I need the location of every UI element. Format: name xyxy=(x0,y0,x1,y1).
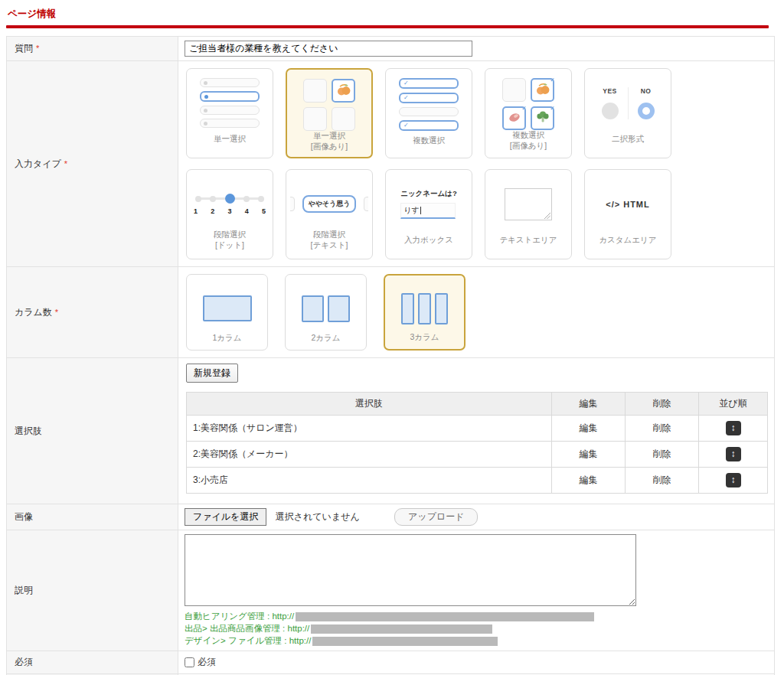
yes-circle-icon xyxy=(602,103,619,119)
input-type-option-input-box[interactable]: ニックネームは? りす 入力ボックス xyxy=(385,169,472,259)
page: ページ情報 質問* 入力タイプ* xyxy=(0,0,776,675)
hint-text: 出品> 出品商品画像管理 : http:// xyxy=(185,624,309,633)
redacted-url-bar xyxy=(311,624,492,634)
required-mark: * xyxy=(64,159,67,168)
delete-action[interactable]: 削除 xyxy=(626,468,699,494)
one-column-icon xyxy=(203,284,252,333)
html-code-icon: </> HTML xyxy=(606,200,650,209)
single-select-preview xyxy=(191,78,269,128)
binary-preview: YES NO xyxy=(589,78,667,128)
choices-table-header: 選択肢 編集 削除 並び順 xyxy=(187,393,768,416)
page-title: ページ情報 xyxy=(6,5,769,25)
file-select-button[interactable]: ファイルを選択 xyxy=(185,508,266,526)
input-type-row: 入力タイプ* 単一選択 xyxy=(7,61,775,267)
columns-label: カラム数 xyxy=(15,307,52,318)
column-count-cards: 1カラム 2カラム 3カラム xyxy=(186,274,768,351)
no-ring-icon xyxy=(638,103,655,119)
three-column-icon xyxy=(401,285,448,332)
choices-row: 選択肢 新規登録 選択肢 編集 削除 並び順 1:美容関係（サロン運 xyxy=(7,358,775,504)
two-column-icon xyxy=(302,284,350,333)
input-type-option-scale-text[interactable]: ややそう思う 段階選択[テキスト] xyxy=(286,169,373,259)
hint-text: デザイン> ファイル管理 : http:// xyxy=(185,636,311,645)
delete-action[interactable]: 削除 xyxy=(626,416,699,442)
choice-text: 3:小売店 xyxy=(187,468,552,494)
hint-text: 自動ヒアリング管理 : http:// xyxy=(185,611,294,621)
edit-col-header: 編集 xyxy=(552,393,626,416)
description-label: 説明 xyxy=(15,585,33,595)
required-mark: * xyxy=(36,44,39,53)
multi-select-image-preview: ✓ xyxy=(489,78,567,130)
columns-option-1[interactable]: 1カラム xyxy=(186,274,268,351)
description-hints: 自動ヒアリング管理 : http:// 出品> 出品商品画像管理 : http:… xyxy=(185,610,768,647)
choice-table-row: 2:美容関係（メーカー） 編集 削除 ↕ xyxy=(187,442,768,468)
choice-table-row: 1:美容関係（サロン運営） 編集 削除 ↕ xyxy=(187,416,768,442)
required-row: 必須 必須 xyxy=(7,651,775,674)
input-type-cards-row-1: 単一選択 xyxy=(186,68,768,158)
delete-col-header: 削除 xyxy=(626,393,699,416)
input-type-option-single-select[interactable]: 単一選択 xyxy=(186,68,273,158)
input-type-option-textarea[interactable]: テキストエリア xyxy=(485,169,572,259)
choices-label: 選択肢 xyxy=(15,426,42,436)
input-box-preview: ニックネームは? りす xyxy=(390,179,468,229)
input-type-option-single-select-image[interactable]: 単一選択[画像あり] xyxy=(286,68,373,158)
columns-option-2[interactable]: 2カラム xyxy=(285,274,367,351)
required-checkbox[interactable] xyxy=(185,657,194,667)
scale-text-preview: ややそう思う xyxy=(290,179,368,229)
columns-row: カラム数* 1カラム 2カラム 3カラム xyxy=(7,267,775,358)
sort-handle-icon[interactable]: ↕ xyxy=(726,447,741,461)
question-label: 質問 xyxy=(15,43,33,54)
edit-action[interactable]: 編集 xyxy=(552,442,626,468)
input-type-option-multi-select[interactable]: ✓ ✓ ✓ 複数選択 xyxy=(385,68,472,158)
sort-handle-icon[interactable]: ↕ xyxy=(726,421,741,435)
description-textarea[interactable] xyxy=(185,534,636,606)
file-status-text: 選択されていません xyxy=(276,511,360,522)
question-input[interactable] xyxy=(185,41,472,57)
description-row: 説明 自動ヒアリング管理 : http:// 出品> 出品商品画像管理 : ht… xyxy=(7,530,775,651)
sort-col-header: 並び順 xyxy=(699,393,768,416)
input-type-option-binary[interactable]: YES NO 二択形式 xyxy=(584,68,671,158)
image-row: 画像 ファイルを選択 選択されていません アップロード xyxy=(7,504,775,530)
delete-action[interactable]: 削除 xyxy=(626,442,699,468)
input-type-label: 入力タイプ xyxy=(15,158,61,169)
edit-action[interactable]: 編集 xyxy=(552,468,626,494)
resize-grip-icon xyxy=(544,213,550,219)
choice-table-row: 3:小売店 編集 削除 ↕ xyxy=(187,468,768,494)
question-row: 質問* xyxy=(7,37,775,61)
input-type-cards-row-2: 1 2 3 4 5 段階選択[ドット] xyxy=(186,169,768,259)
input-type-option-custom-area[interactable]: </> HTML カスタムエリア xyxy=(584,169,671,259)
multi-select-preview: ✓ ✓ ✓ xyxy=(390,78,468,131)
choice-text: 2:美容関係（メーカー） xyxy=(187,442,552,468)
add-choice-button[interactable]: 新規登録 xyxy=(186,364,238,383)
textarea-preview xyxy=(489,179,567,229)
required-label: 必須 xyxy=(15,657,33,667)
input-type-option-multi-select-image[interactable]: ✓ xyxy=(485,68,572,158)
redacted-url-bar xyxy=(312,637,498,646)
single-select-image-preview xyxy=(291,79,368,131)
scale-dot-preview: 1 2 3 4 5 xyxy=(191,179,269,229)
title-rule xyxy=(6,25,769,28)
broccoli-icon xyxy=(535,109,550,127)
page-info-form: 質問* 入力タイプ* xyxy=(6,36,775,675)
custom-area-preview: </> HTML xyxy=(589,179,667,229)
image-label: 画像 xyxy=(15,511,33,522)
required-checkbox-label[interactable]: 必須 xyxy=(185,656,216,669)
edit-action[interactable]: 編集 xyxy=(552,416,626,442)
sort-handle-icon[interactable]: ↕ xyxy=(726,473,741,488)
input-type-option-scale-dot[interactable]: 1 2 3 4 5 段階選択[ドット] xyxy=(186,169,273,259)
redacted-url-bar xyxy=(296,612,594,621)
choices-col-header: 選択肢 xyxy=(187,393,552,416)
orange-fruit-icon xyxy=(336,82,351,99)
choices-table: 選択肢 編集 削除 並び順 1:美容関係（サロン運営） 編集 削除 ↕ xyxy=(186,392,768,494)
required-mark: * xyxy=(55,308,58,317)
choice-text: 1:美容関係（サロン運営） xyxy=(187,416,552,442)
orange-fruit-icon xyxy=(535,81,550,99)
upload-button[interactable]: アップロード xyxy=(394,508,478,526)
columns-option-3[interactable]: 3カラム xyxy=(384,274,466,351)
meat-icon xyxy=(507,109,522,127)
